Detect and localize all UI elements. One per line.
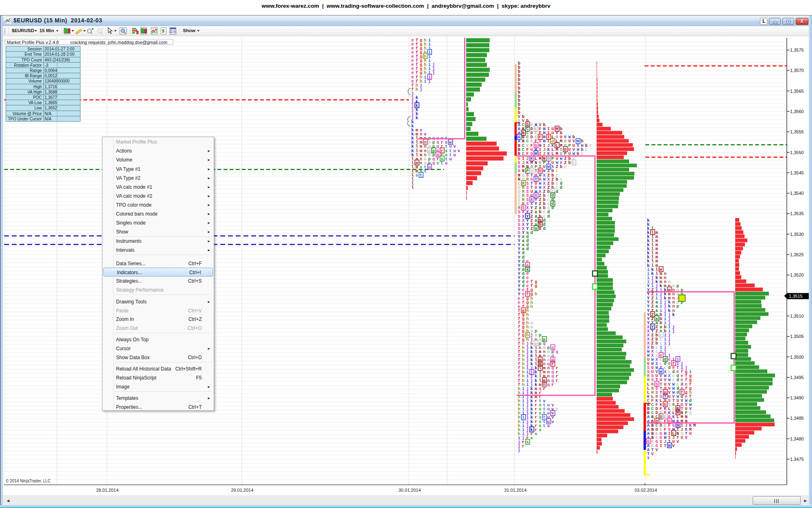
svg-text:1,3515: 1,3515 xyxy=(789,294,803,299)
svg-text:1,3485: 1,3485 xyxy=(790,416,804,421)
svg-text:1,3565: 1,3565 xyxy=(790,89,804,94)
svg-text:j: j xyxy=(518,448,522,453)
svg-text:1,3510: 1,3510 xyxy=(790,314,804,318)
svg-text:BCFGHIJKLMOPUWbc: BCFGHIJKLMOPUWbc xyxy=(518,151,585,156)
svg-text:1,3495: 1,3495 xyxy=(790,375,804,380)
svg-text:1,3505: 1,3505 xyxy=(790,334,804,339)
svg-text:1,3530: 1,3530 xyxy=(790,232,804,237)
svg-text:1,3490: 1,3490 xyxy=(790,395,804,400)
svg-text:1,3500: 1,3500 xyxy=(790,355,804,360)
svg-text:1,3560: 1,3560 xyxy=(790,109,804,114)
svg-text:1,3525: 1,3525 xyxy=(790,252,804,257)
svg-text:1,3545: 1,3545 xyxy=(790,170,804,175)
svg-text:1,3540: 1,3540 xyxy=(790,191,804,196)
svg-text:1,3475: 1,3475 xyxy=(790,457,804,462)
svg-text:1,3575: 1,3575 xyxy=(790,48,804,52)
svg-text:l: l xyxy=(411,185,415,190)
svg-text:1,3550: 1,3550 xyxy=(790,150,804,155)
svg-text:1,3535: 1,3535 xyxy=(790,211,804,216)
svg-text:1,3520: 1,3520 xyxy=(790,273,804,277)
svg-text:1,3555: 1,3555 xyxy=(790,129,804,134)
svg-text:1,3480: 1,3480 xyxy=(790,436,804,441)
svg-text:$: $ xyxy=(162,28,165,33)
svg-text:T: T xyxy=(647,456,651,461)
svg-text:1,3570: 1,3570 xyxy=(790,68,804,73)
